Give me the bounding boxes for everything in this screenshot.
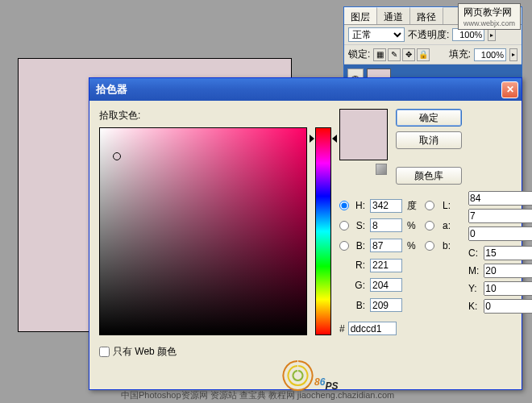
input-a[interactable]	[468, 209, 532, 223]
unit-s: %	[407, 220, 420, 231]
opacity-input[interactable]	[452, 28, 484, 41]
label-g: G:	[354, 280, 365, 291]
color-picker-dialog: 拾色器 ✕ 拾取实色: 只有 Web 颜色	[89, 77, 522, 390]
watermark-top: 网页教学网 www.webjx.com	[458, 3, 521, 30]
hue-slider[interactable]	[315, 127, 331, 335]
opacity-stepper-icon[interactable]: ▸	[488, 28, 496, 41]
input-b[interactable]	[468, 226, 532, 241]
input-r[interactable]	[370, 259, 402, 272]
input-l[interactable]	[468, 191, 532, 206]
label-s: S:	[354, 220, 365, 231]
color-cube-icon[interactable]	[376, 164, 387, 175]
radio-a[interactable]	[425, 221, 434, 231]
label-blue: B:	[354, 300, 365, 311]
tab-layers[interactable]: 图层	[344, 7, 377, 24]
fill-input[interactable]	[474, 48, 506, 61]
ok-button[interactable]: 确定	[396, 109, 462, 127]
fill-stepper-icon[interactable]: ▸	[509, 48, 517, 61]
input-s[interactable]	[370, 218, 402, 232]
lab-cmyk-fields	[468, 191, 532, 241]
hsbrgb-fields: H:度 L: S:% a: B:% b: R: G: B:	[339, 197, 451, 314]
new-color-swatch	[340, 110, 387, 135]
tab-channels[interactable]: 通道	[377, 7, 410, 24]
label-c: C:	[468, 247, 479, 259]
logo-86ps: 86PS	[314, 369, 338, 392]
radio-b[interactable]	[425, 241, 434, 251]
label-l: L:	[439, 200, 451, 211]
label-b: b:	[439, 240, 451, 251]
web-only-checkbox[interactable]: 只有 Web 颜色	[99, 345, 331, 359]
hue-arrow-left-icon	[310, 135, 314, 143]
label-k: K:	[468, 301, 479, 312]
input-hex[interactable]	[348, 322, 397, 335]
input-bv[interactable]	[370, 239, 402, 252]
cancel-button[interactable]: 取消	[396, 131, 462, 149]
lock-label: 锁定:	[348, 48, 370, 61]
label-bv: B:	[354, 240, 365, 251]
label-y: Y:	[468, 283, 479, 294]
radio-l[interactable]	[425, 201, 434, 210]
hex-row: #	[339, 322, 532, 335]
input-y[interactable]	[484, 281, 532, 296]
input-m[interactable]	[484, 264, 532, 278]
input-blue[interactable]	[370, 298, 402, 312]
unit-h: 度	[407, 199, 420, 213]
input-k[interactable]	[484, 299, 532, 314]
lock-move-icon[interactable]: ✥	[402, 48, 415, 61]
close-icon[interactable]: ✕	[501, 81, 518, 98]
web-only-label: 只有 Web 颜色	[113, 345, 177, 359]
color-swatch	[339, 109, 388, 160]
lock-all-icon[interactable]: 🔒	[417, 48, 430, 61]
tab-paths[interactable]: 路径	[410, 7, 443, 24]
input-g[interactable]	[370, 278, 402, 292]
logo-swirl-icon	[282, 359, 314, 392]
label-m: M:	[468, 265, 479, 276]
color-library-button[interactable]: 颜色库	[396, 167, 462, 185]
color-cursor-icon	[113, 152, 121, 160]
unit-bv: %	[407, 240, 420, 251]
web-only-input[interactable]	[99, 347, 110, 357]
fill-label: 填充:	[449, 48, 471, 61]
radio-bv[interactable]	[339, 241, 349, 251]
lock-transparency-icon[interactable]: ▦	[373, 48, 386, 61]
radio-s[interactable]	[339, 221, 349, 231]
hue-arrow-right-icon	[332, 135, 337, 143]
blend-mode-select[interactable]: 正常	[348, 27, 405, 42]
label-h: H:	[354, 200, 365, 211]
label-hex: #	[339, 323, 345, 334]
color-field[interactable]	[99, 127, 307, 335]
lock-paint-icon[interactable]: ✎	[388, 48, 401, 61]
picker-prompt: 拾取实色:	[99, 109, 331, 123]
watermark-bottom: 中国Photoshop资源网 资源站 查宝典 教程网 jiaocheng.cha…	[121, 389, 394, 401]
opacity-label: 不透明度:	[408, 28, 449, 42]
radio-h[interactable]	[339, 201, 349, 210]
dialog-title: 拾色器	[93, 82, 501, 97]
label-r: R:	[354, 260, 365, 271]
input-h[interactable]	[370, 199, 402, 213]
dialog-titlebar[interactable]: 拾色器 ✕	[89, 78, 522, 101]
label-a: a:	[439, 220, 451, 231]
current-color-swatch	[340, 135, 387, 160]
input-c[interactable]	[484, 246, 532, 260]
